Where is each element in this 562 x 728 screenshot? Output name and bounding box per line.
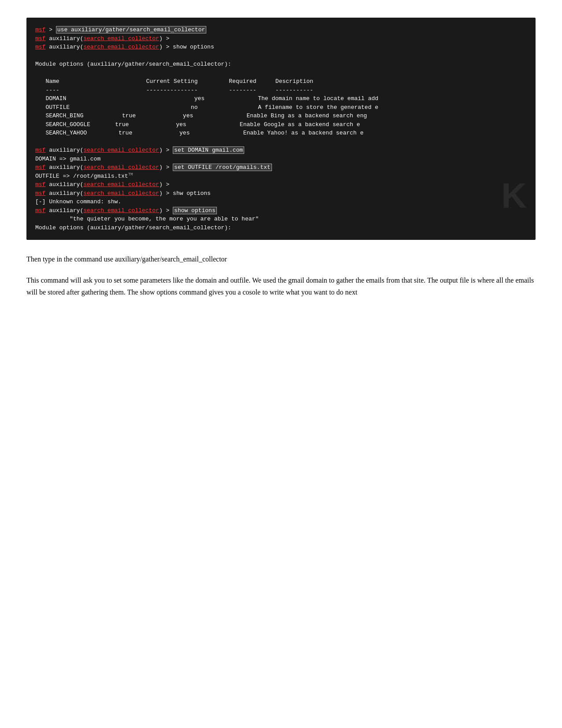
- msf-prompt-6: msf: [35, 181, 45, 188]
- terminal-quote-line: "the quieter you become, the more you ar…: [35, 215, 527, 224]
- msf-prompt-3: msf: [35, 44, 45, 50]
- module-name-3: search_email_collector: [83, 44, 159, 50]
- module-name-2: search_email_collector: [83, 35, 159, 42]
- cmd-use: use auxiliary/gather/search_email_collec…: [56, 26, 206, 34]
- terminal-option-search-bing: SEARCH_BING true yes Enable Bing as a ba…: [35, 112, 527, 120]
- terminal-line-show-options: msf auxiliary(search_email_collector) > …: [35, 206, 527, 215]
- cmd-show-options: show options: [173, 207, 217, 214]
- paragraph-1: Then type in the command use auxiliary/g…: [26, 253, 536, 265]
- terminal-outfile-result: OUTFILE => /root/gmails.txtTM: [35, 172, 527, 181]
- terminal-blank-2: [35, 69, 527, 78]
- cmd-set-domain: set DOMAIN gmail.com: [173, 146, 244, 154]
- terminal-line-2: msf auxiliary(search_email_collector) >: [35, 34, 527, 43]
- module-name-5: search_email_collector: [83, 164, 159, 171]
- terminal-col-dividers: ---- --------------- -------- ----------…: [35, 86, 527, 95]
- terminal-module-options-header: Module options (auxiliary/gather/search_…: [35, 60, 527, 69]
- terminal-line-1: msf > use auxiliary/gather/search_email_…: [35, 26, 527, 34]
- msf-prompt-7: msf: [35, 190, 45, 197]
- paragraph-2: This command will ask you to set some pa…: [26, 274, 536, 298]
- msf-prompt-5: msf: [35, 164, 45, 171]
- terminal-line-set-domain: msf auxiliary(search_email_collector) > …: [35, 146, 527, 155]
- terminal-domain-result: DOMAIN => gmail.com: [35, 155, 527, 164]
- terminal-blank-3: [35, 138, 527, 146]
- terminal-option-domain: DOMAIN yes The domain name to locate ema…: [35, 94, 527, 103]
- module-name-7: search_email_collector: [83, 190, 159, 197]
- terminal-module-options-footer: Module options (auxiliary/gather/search_…: [35, 224, 527, 232]
- terminal-col-headers: Name Current Setting Required Descriptio…: [35, 77, 527, 86]
- terminal-line-3: msf auxiliary(search_email_collector) > …: [35, 43, 527, 52]
- terminal-blank-1: [35, 52, 527, 60]
- msf-prompt-4: msf: [35, 147, 45, 153]
- terminal-line-prompt-only: msf auxiliary(search_email_collector) >: [35, 180, 527, 189]
- module-name-8: search_email_collector: [83, 207, 159, 214]
- terminal-option-search-google: SEARCH_GOOGLE true yes Enable Google as …: [35, 120, 527, 129]
- terminal-unknown-cmd: [-] Unknown command: shw.: [35, 198, 527, 206]
- cmd-set-outfile: set OUTFILE /root/gmails.txt: [173, 164, 272, 171]
- terminal-line-shw: msf auxiliary(search_email_collector) > …: [35, 189, 527, 198]
- msf-prompt: msf: [35, 26, 45, 33]
- terminal-line-set-outfile: msf auxiliary(search_email_collector) > …: [35, 163, 527, 172]
- msf-prompt-8: msf: [35, 207, 45, 214]
- terminal-option-outfile: OUTFILE no A filename to store the gener…: [35, 103, 527, 112]
- module-name-6: search_email_collector: [83, 181, 159, 188]
- msf-prompt-2: msf: [35, 35, 45, 42]
- terminal-option-search-yahoo: SEARCH_YAHOO true yes Enable Yahoo! as a…: [35, 129, 527, 138]
- terminal-window: msf > use auxiliary/gather/search_email_…: [26, 18, 536, 240]
- module-name-4: search_email_collector: [83, 147, 159, 153]
